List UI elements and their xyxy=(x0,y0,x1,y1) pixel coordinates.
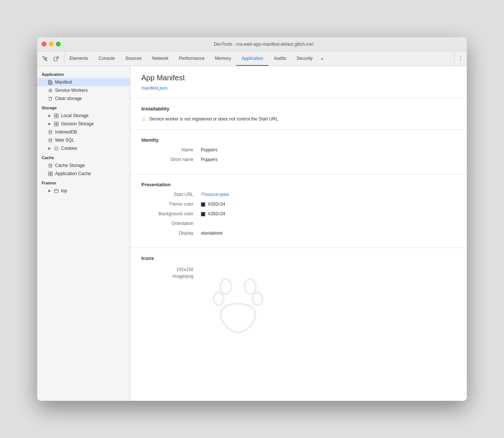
icon-info: 192x192 image/png xyxy=(141,267,456,341)
tab-console[interactable]: Console xyxy=(93,51,120,66)
icons-heading: Icons xyxy=(141,255,456,261)
tab-sources[interactable]: Sources xyxy=(120,51,147,66)
svg-rect-0 xyxy=(54,57,57,61)
svg-point-11 xyxy=(49,130,52,131)
svg-rect-23 xyxy=(54,189,58,193)
main-content: Application Manifest Service Workers xyxy=(37,66,467,401)
start-url-value[interactable]: /?source=pwa xyxy=(201,192,229,197)
presentation-heading: Presentation xyxy=(141,182,456,187)
svg-rect-3 xyxy=(54,114,56,116)
close-button[interactable] xyxy=(42,42,46,46)
svg-rect-9 xyxy=(54,124,56,126)
tab-audits[interactable]: Audits xyxy=(269,51,291,66)
frame-icon xyxy=(54,188,59,193)
icon-size: 192x192 xyxy=(141,267,193,272)
field-short-name: Short name Puppers xyxy=(141,157,456,162)
device-toggle-button[interactable] xyxy=(51,54,61,64)
svg-rect-22 xyxy=(51,174,52,176)
svg-point-27 xyxy=(253,292,262,305)
short-name-value: Puppers xyxy=(201,157,218,162)
icon-type: image/png xyxy=(141,274,193,279)
display-label: Display xyxy=(141,231,201,236)
field-start-url: Start URL /?source=pwa xyxy=(141,192,456,197)
sidebar-item-cookies[interactable]: ▶ Cookies xyxy=(37,144,130,152)
traffic-lights xyxy=(42,42,61,46)
svg-rect-7 xyxy=(54,122,56,124)
svg-point-12 xyxy=(49,138,52,139)
gear-icon xyxy=(48,88,53,93)
window-title: DevTools - cra-web-app-manifest-defaut.g… xyxy=(65,42,462,47)
page-title: App Manifest xyxy=(141,74,456,82)
sidebar-item-application-cache[interactable]: Application Cache xyxy=(37,170,130,178)
sidebar-item-indexeddb[interactable]: IndexedDB xyxy=(37,128,130,136)
field-theme-color: Theme color #282c34 xyxy=(141,202,456,207)
svg-rect-8 xyxy=(57,122,58,124)
sidebar-item-indexeddb-label: IndexedDB xyxy=(55,129,77,135)
svg-point-16 xyxy=(55,149,56,149)
identity-heading: Identity xyxy=(141,137,456,143)
sidebar-section-frames: Frames xyxy=(37,178,130,187)
expand-icon-3: ▶ xyxy=(48,146,51,150)
grid-icon xyxy=(54,113,59,118)
sidebar-item-cache-storage[interactable]: Cache Storage xyxy=(37,161,130,170)
svg-rect-20 xyxy=(51,172,52,174)
sidebar-item-web-sql[interactable]: Web SQL xyxy=(37,136,130,144)
background-color-value: #282c34 xyxy=(201,211,225,216)
tab-security[interactable]: Security xyxy=(291,51,318,66)
installability-warning: ⚠ Service worker is not registered or do… xyxy=(141,116,456,122)
tab-application[interactable]: Application xyxy=(236,51,269,66)
minimize-button[interactable] xyxy=(49,42,54,46)
sidebar-section-storage: Storage xyxy=(37,103,130,112)
trash-icon xyxy=(48,96,53,101)
content-panel: App Manifest manifest.json Installabilit… xyxy=(130,66,467,401)
orientation-label: Orientation xyxy=(141,221,201,226)
manifest-link[interactable]: manifest.json xyxy=(141,86,168,91)
sidebar-item-service-workers-label: Service Workers xyxy=(55,88,88,93)
sidebar-item-top-label: top xyxy=(61,188,67,193)
maximize-button[interactable] xyxy=(56,42,61,46)
inspect-element-button[interactable] xyxy=(40,54,50,64)
devtools-menu-button[interactable]: ⋮ xyxy=(454,51,467,66)
tab-memory[interactable]: Memory xyxy=(210,51,236,66)
file-icon xyxy=(48,80,53,85)
sidebar-item-local-storage[interactable]: ▶ Local Storage xyxy=(37,112,130,120)
paw-icon-container xyxy=(201,267,275,341)
svg-point-24 xyxy=(221,279,231,294)
sidebar-item-clear-storage-label: Clear storage xyxy=(55,96,82,101)
svg-point-13 xyxy=(54,146,58,150)
background-color-swatch xyxy=(201,212,205,216)
sidebar-item-session-storage[interactable]: ▶ Session Storage xyxy=(37,120,130,128)
identity-section: Identity Name Puppers Short name Puppers xyxy=(130,130,467,174)
svg-point-17 xyxy=(57,148,57,149)
sidebar-item-manifest-label: Manifest xyxy=(55,80,72,85)
presentation-section: Presentation Start URL /?source=pwa Them… xyxy=(130,174,467,248)
field-name: Name Puppers xyxy=(141,147,456,152)
sidebar-item-service-workers[interactable]: Service Workers xyxy=(37,86,130,94)
sidebar-item-clear-storage[interactable]: Clear storage xyxy=(37,94,130,103)
svg-rect-21 xyxy=(48,174,50,176)
expand-icon-4: ▶ xyxy=(48,189,51,193)
three-dots-icon: ⋮ xyxy=(458,55,464,62)
field-orientation: Orientation xyxy=(141,221,456,226)
sidebar-item-top[interactable]: ▶ top xyxy=(37,187,130,195)
tabs-bar: Elements Console Sources Network Perform… xyxy=(64,51,454,66)
more-tabs-button[interactable]: » xyxy=(318,51,327,66)
sidebar-item-manifest[interactable]: Manifest xyxy=(37,78,130,86)
sidebar-section-application: Application xyxy=(37,69,130,78)
installability-warning-text: Service worker is not registered or does… xyxy=(149,116,278,122)
db-icon-2 xyxy=(48,138,53,143)
paw-icon xyxy=(208,274,268,334)
theme-color-swatch xyxy=(201,202,205,207)
svg-point-18 xyxy=(49,164,52,165)
theme-color-label: Theme color xyxy=(141,202,201,207)
manifest-header: App Manifest manifest.json xyxy=(130,66,467,99)
db-icon-3 xyxy=(48,163,53,168)
sidebar: Application Manifest Service Workers xyxy=(37,66,130,401)
tab-performance[interactable]: Performance xyxy=(174,51,210,66)
tab-elements[interactable]: Elements xyxy=(64,51,93,66)
sidebar-item-application-cache-label: Application Cache xyxy=(55,171,91,176)
tab-network[interactable]: Network xyxy=(147,51,174,66)
svg-rect-5 xyxy=(54,116,56,118)
start-url-label: Start URL xyxy=(141,192,201,197)
svg-rect-6 xyxy=(57,116,58,118)
